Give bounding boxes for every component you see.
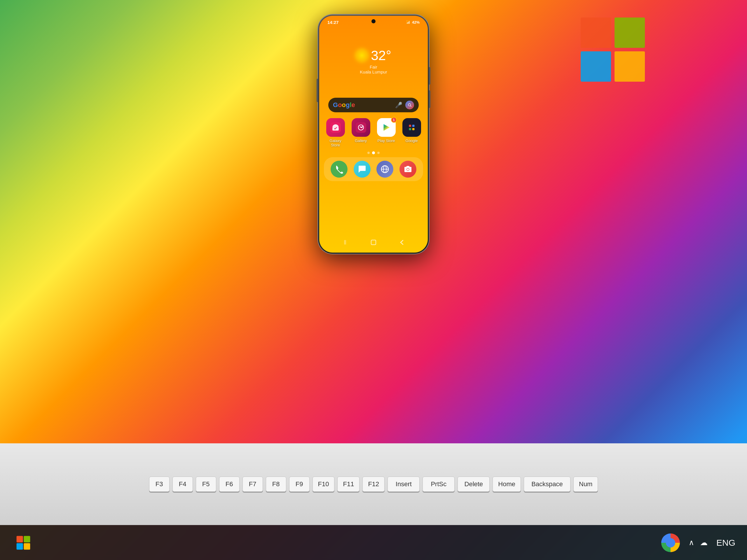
- app-item-galaxy-store[interactable]: Galaxy Store: [325, 118, 346, 147]
- temperature-label: 32°: [371, 48, 391, 63]
- svg-point-16: [407, 168, 409, 170]
- phone-body: 14:27 📶 42% 32° Fair Kuala Lumpur: [318, 15, 429, 254]
- app-item-gallery[interactable]: Gallery: [351, 118, 371, 147]
- app-item-play-store[interactable]: 1: [376, 118, 396, 147]
- screen-content: 32° Fair Kuala Lumpur Google 🎤: [319, 27, 428, 235]
- status-bar: 14:27 📶 42%: [319, 16, 428, 27]
- system-tray: ∧ ☁: [689, 538, 707, 547]
- recent-apps-button[interactable]: ⦀: [339, 238, 352, 247]
- phone-screen: 14:27 📶 42% 32° Fair Kuala Lumpur: [319, 16, 428, 252]
- svg-rect-10: [409, 128, 411, 130]
- google-label: Google: [406, 138, 418, 143]
- weather-row: 32°: [356, 48, 391, 63]
- key-insert[interactable]: Insert: [387, 477, 420, 492]
- google-icon: [403, 118, 421, 137]
- wifi-icon: 📶: [406, 20, 411, 25]
- key-f4[interactable]: F4: [173, 477, 193, 492]
- sun-icon: [356, 49, 368, 61]
- key-f10[interactable]: F10: [312, 477, 335, 492]
- cloud-icon[interactable]: ☁: [700, 538, 707, 547]
- key-prtsc[interactable]: PrtSc: [422, 477, 455, 492]
- internet-app-icon: [377, 161, 393, 178]
- navigation-bar: ⦀: [319, 235, 428, 252]
- svg-line-1: [411, 106, 411, 107]
- dock-item-camera[interactable]: [398, 161, 417, 178]
- dock-item-internet[interactable]: [376, 161, 394, 178]
- weather-widget[interactable]: 32° Fair Kuala Lumpur: [356, 48, 391, 74]
- key-f9[interactable]: F9: [289, 477, 310, 492]
- svg-rect-9: [412, 125, 414, 127]
- svg-point-0: [408, 104, 411, 106]
- play-store-label: Play Store: [378, 138, 395, 143]
- start-button[interactable]: [12, 533, 35, 553]
- key-f5[interactable]: F5: [196, 477, 216, 492]
- key-home[interactable]: Home: [493, 477, 521, 492]
- camera-app-icon: [400, 161, 416, 178]
- language-indicator[interactable]: ENG: [716, 538, 735, 548]
- dock-item-phone[interactable]: [330, 161, 349, 178]
- galaxy-store-label: Galaxy Store: [325, 138, 346, 147]
- google-g-icon: Google: [333, 101, 355, 109]
- messages-app-icon: [354, 161, 370, 178]
- key-f6[interactable]: F6: [219, 477, 239, 492]
- volume-up-button: [429, 90, 430, 108]
- play-store-badge: 1: [391, 117, 397, 123]
- key-delete[interactable]: Delete: [458, 477, 490, 492]
- chevron-up-icon[interactable]: ∧: [689, 538, 694, 547]
- google-search-bar[interactable]: Google 🎤: [328, 98, 419, 112]
- home-button[interactable]: [367, 238, 380, 247]
- key-f11[interactable]: F11: [337, 477, 360, 492]
- status-icons: 📶 42%: [406, 20, 420, 25]
- key-f3[interactable]: F3: [149, 477, 170, 492]
- dock-item-messages[interactable]: [353, 161, 372, 178]
- gallery-label: Gallery: [355, 138, 367, 143]
- windows-logo-pane-2: [615, 18, 645, 48]
- svg-rect-18: [17, 536, 23, 542]
- gallery-icon: [352, 118, 370, 137]
- recent-apps-icon: ⦀: [344, 239, 346, 246]
- phone-app-icon: [331, 161, 347, 178]
- power-button: [429, 67, 430, 85]
- key-f12[interactable]: F12: [362, 477, 385, 492]
- app-item-google[interactable]: Google: [401, 118, 422, 147]
- page-dots: [367, 151, 380, 154]
- svg-rect-21: [24, 543, 30, 550]
- galaxy-store-icon: [326, 118, 345, 137]
- windows-logo-pane-1: [581, 18, 611, 48]
- svg-rect-20: [17, 543, 23, 550]
- dot-2: [372, 151, 375, 154]
- svg-rect-19: [24, 536, 30, 542]
- weather-city: Kuala Lumpur: [360, 70, 387, 74]
- lens-icon[interactable]: [405, 101, 414, 109]
- taskbar-right-area: ∧ ☁ ENG: [661, 533, 735, 552]
- weather-condition: Fair: [370, 64, 377, 70]
- windows-logo-pane-3: [581, 51, 611, 82]
- key-f7[interactable]: F7: [242, 477, 263, 492]
- key-num[interactable]: Num: [573, 477, 598, 492]
- play-store-icon: 1: [377, 118, 396, 137]
- dot-3: [377, 152, 380, 154]
- svg-rect-11: [412, 128, 414, 130]
- windows-logo-pane-4: [615, 51, 645, 82]
- windows-logo: [581, 18, 645, 82]
- camera-notch: [371, 19, 376, 23]
- keyboard-row: F3 F4 F5 F6 F7 F8 F9 F10 F11 F12 Insert …: [149, 477, 598, 492]
- svg-rect-17: [371, 240, 376, 245]
- back-button[interactable]: [395, 238, 408, 247]
- volume-down-button: [317, 79, 318, 102]
- status-time: 14:27: [327, 20, 338, 25]
- battery-label: 42%: [412, 20, 420, 25]
- svg-rect-8: [409, 125, 411, 127]
- keyboard-area: F3 F4 F5 F6 F7 F8 F9 F10 F11 F12 Insert …: [0, 443, 747, 525]
- dot-1: [367, 152, 370, 154]
- taskbar: ∧ ☁ ENG: [0, 525, 747, 560]
- app-grid: Galaxy Store Gallery: [319, 118, 428, 147]
- app-dock: [324, 157, 423, 181]
- phone: 14:27 📶 42% 32° Fair Kuala Lumpur: [318, 15, 429, 254]
- chrome-taskbar-icon[interactable]: [661, 533, 680, 552]
- key-backspace[interactable]: Backspace: [524, 477, 570, 492]
- key-f8[interactable]: F8: [266, 477, 286, 492]
- microphone-icon[interactable]: 🎤: [395, 102, 403, 108]
- svg-rect-7: [406, 122, 417, 133]
